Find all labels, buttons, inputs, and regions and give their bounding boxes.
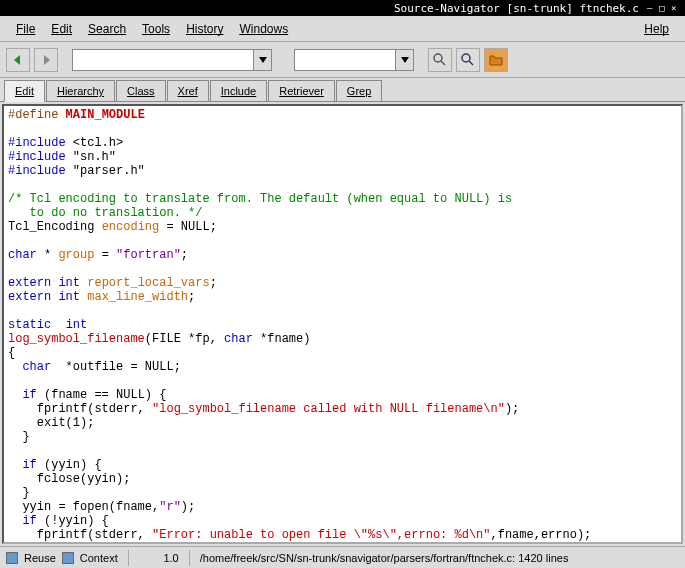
zoom-level: 1.0: [139, 552, 179, 564]
tab-bar: Edit Hierarchy Class Xref Include Retrie…: [0, 78, 685, 102]
context-label: Context: [80, 552, 118, 564]
menu-edit[interactable]: Edit: [43, 18, 80, 40]
svg-point-0: [434, 54, 442, 62]
svg-line-1: [441, 61, 445, 65]
folder-button[interactable]: [484, 48, 508, 72]
find-button[interactable]: [428, 48, 452, 72]
arrow-right-icon: [38, 52, 54, 68]
tab-xref[interactable]: Xref: [167, 80, 209, 101]
menubar: File Edit Search Tools History Windows H…: [0, 16, 685, 42]
context-checkbox[interactable]: [62, 552, 74, 564]
tab-hierarchy[interactable]: Hierarchy: [46, 80, 115, 101]
statusbar: Reuse Context 1.0 /home/freek/src/SN/sn-…: [0, 546, 685, 568]
search-button[interactable]: [456, 48, 480, 72]
magnifier-icon: [460, 52, 476, 68]
window-title: Source-Navigator [sn-trunk] ftnchek.c: [394, 2, 639, 15]
search-icon: [432, 52, 448, 68]
menu-history[interactable]: History: [178, 18, 231, 40]
tab-include[interactable]: Include: [210, 80, 267, 101]
toolbar: [0, 42, 685, 78]
dropdown-icon[interactable]: [395, 50, 413, 70]
forward-button[interactable]: [34, 48, 58, 72]
dropdown-icon[interactable]: [253, 50, 271, 70]
menu-file[interactable]: File: [8, 18, 43, 40]
back-button[interactable]: [6, 48, 30, 72]
code-editor[interactable]: #define MAIN_MODULE #include <tcl.h> #in…: [2, 104, 683, 544]
menu-tools[interactable]: Tools: [134, 18, 178, 40]
menu-search[interactable]: Search: [80, 18, 134, 40]
tab-retriever[interactable]: Retriever: [268, 80, 335, 101]
minimize-icon[interactable]: –: [647, 3, 657, 13]
tab-class[interactable]: Class: [116, 80, 166, 101]
filter-combo[interactable]: [294, 49, 414, 71]
symbol-combo[interactable]: [72, 49, 272, 71]
arrow-left-icon: [10, 52, 26, 68]
folder-icon: [488, 52, 504, 68]
tab-edit[interactable]: Edit: [4, 80, 45, 102]
svg-point-2: [462, 54, 470, 62]
close-icon[interactable]: ×: [671, 3, 681, 13]
tab-grep[interactable]: Grep: [336, 80, 382, 101]
maximize-icon[interactable]: □: [659, 3, 669, 13]
reuse-checkbox[interactable]: [6, 552, 18, 564]
file-path: /home/freek/src/SN/sn-trunk/snavigator/p…: [200, 552, 569, 564]
titlebar: Source-Navigator [sn-trunk] ftnchek.c – …: [0, 0, 685, 16]
menu-help[interactable]: Help: [636, 18, 677, 40]
reuse-label: Reuse: [24, 552, 56, 564]
svg-line-3: [469, 61, 473, 65]
menu-windows[interactable]: Windows: [231, 18, 296, 40]
